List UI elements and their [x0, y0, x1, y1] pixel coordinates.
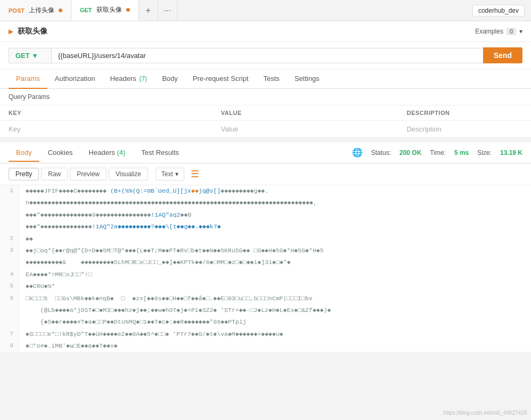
code-line-6b: (@Lb◆◆◆◆a*jOST◆□◆M3□◆◆◆hz◆j◆◆;◆◆w◆hOT◆j◆… [0, 304, 531, 316]
line-content: ◆S□□□□e*□!kR$yD"T◆◆üH◆◆◆◆eZ◆◆0A◆◆5^◆□□◆ … [19, 328, 290, 340]
code-line-1d: ◆◆◆"◆◆◆◆◆◆◆◆◆◆◆◆◆◆!1AQ"2a◆◆◆◆◆◆◆◆◆?◆◆◆\[… [0, 221, 531, 233]
code-line-3b: ◆◆◆◆◆◆◆◆◆◆& ◆◆◆◆◆◆◆◆◆5LhM□R□x□J□□_◆◆]◆◆K… [0, 257, 531, 268]
line-number: 3 [0, 245, 19, 257]
line-number [0, 304, 19, 316]
desc-col-header: DESCRIPTION [398, 105, 531, 121]
line-number [0, 257, 19, 268]
tab-body[interactable]: Body [154, 69, 185, 89]
text-format-dropdown[interactable]: Text ▾ [156, 168, 184, 180]
globe-icon[interactable]: 🌐 [352, 147, 363, 158]
line-content: ◆◆CRU◆%* [19, 281, 61, 292]
response-bar: Body Cookies Headers (4) Test Results 🌐 … [0, 142, 531, 163]
format-pretty-button[interactable]: Pretty [9, 168, 39, 180]
new-tab-button[interactable]: + [139, 0, 158, 21]
request-title-bar: ▶ 获取头像 Examples 0 ▾ [0, 21, 531, 42]
format-raw-button[interactable]: Raw [41, 168, 68, 180]
response-tab-body[interactable]: Body [9, 144, 39, 162]
method-value: GET [15, 52, 30, 60]
send-button[interactable]: Send [483, 47, 522, 63]
url-input[interactable] [51, 48, 483, 63]
request-nav-tabs: Params Authorization Headers (7) Body Pr… [0, 69, 531, 89]
examples-chevron-icon: ▾ [519, 28, 522, 35]
format-preview-button[interactable]: Preview [70, 168, 107, 180]
tab-headers[interactable]: Headers (7) [103, 69, 154, 89]
time-label: Time: [430, 149, 446, 157]
code-line-4: 4 EA◆◆◆◆*=MR□xJ□□"!□ [0, 269, 531, 281]
line-content: □k□□□5 □□Gs\MBk◆◆k◆nqB◆ □ ◆zx[◆◆8s◆◆□H◆◆… [19, 293, 319, 304]
key-input-cell[interactable]: Key [0, 121, 213, 138]
line-content: EA◆◆◆◆*=MR□xJ□□"!□ [19, 269, 98, 281]
url-bar: GET ▾ Send [0, 42, 531, 69]
text-format-label: Text [161, 170, 173, 178]
examples-button[interactable]: Examples 0 ▾ [475, 28, 522, 35]
size-value: 13.19 K [500, 149, 522, 157]
line-number [0, 209, 19, 221]
section-divider [0, 138, 531, 142]
line-number: 4 [0, 269, 19, 281]
examples-count-badge: 0 [507, 28, 516, 35]
environment-badge[interactable]: coderhub_dev [472, 5, 525, 17]
code-line-6c: {◆5◆◆r◆◆◆◆#T◆a◆□□P◆◆Dtu%MQ◆□1◆◆T◆c◆:◆◆R◆… [0, 316, 531, 328]
response-tab-cookies[interactable]: Cookies [40, 144, 80, 162]
headers-badge: (7) [139, 75, 147, 83]
desc-input-cell[interactable]: Description [398, 121, 531, 138]
line-number: 5 [0, 281, 19, 292]
format-visualize-button[interactable]: Visualize [109, 168, 148, 180]
line-content: ◆◆◆"◆◆◆◆◆◆◆◆◆◆◆◆◆◆!1AQ"2a◆◆◆◆◆◆◆◆◆?◆◆◆\[… [19, 221, 227, 233]
tab-params[interactable]: Params [9, 69, 47, 89]
tab-post-upload[interactable]: POST 上传头像 [0, 0, 71, 21]
line-content: ◆◆◆◆◆JFIF◆◆◆◆C◆◆◆◆◆◆◆◆ (B+(%%(Q:=0B`Ued_… [19, 185, 275, 197]
method-post-label: POST [9, 7, 24, 14]
line-content: {◆5◆◆r◆◆◆◆#T◆a◆□□P◆◆Dtu%MQ◆□1◆◆T◆c◆:◆◆R◆… [19, 316, 253, 328]
code-line-5: 5 ◆◆CRU◆%* [0, 281, 531, 292]
tab-prerequest[interactable]: Pre-request Script [185, 69, 256, 89]
code-line-3: 3 ◆◆j□oq*{◆◆r@q@"{D+D◆◆5M□T@*◆◆◆{L◆◆T;M◆… [0, 245, 531, 257]
size-label: Size: [477, 149, 492, 157]
code-line-8: 8 ◆□*o#◆.iMB'◆w□E◆◆&◆◆T◆◆v◆ [0, 340, 531, 352]
code-line-1c: ◆◆◆"◆◆◆◆◆◆◆◆◆◆◆◆◆◆9◆◆◆◆◆◆◆◆◆◆◆◆◆◆◆!1AQ"a… [0, 209, 531, 221]
line-number: 1 [0, 185, 19, 197]
more-tabs-button[interactable]: ··· [158, 0, 177, 21]
tab-get-avatar[interactable]: GET 获取头像 [71, 0, 139, 21]
examples-label: Examples [475, 28, 503, 35]
code-line-6: 6 □k□□□5 □□Gs\MBk◆◆k◆nqB◆ □ ◆zx[◆◆8s◆◆□H… [0, 293, 531, 304]
line-content: ◆◆◆◆◆◆◆◆◆◆& ◆◆◆◆◆◆◆◆◆5LhM□R□x□J□□_◆◆]◆◆K… [19, 257, 297, 268]
code-area: 1 ◆◆◆◆◆JFIF◆◆◆◆C◆◆◆◆◆◆◆◆ (B+(%%(Q:=0B`Ue… [0, 185, 531, 352]
response-meta: 🌐 Status: 200 OK Time: 5 ms Size: 13.19 … [352, 147, 522, 158]
value-input-cell[interactable]: Value [213, 121, 398, 138]
method-select[interactable]: GET ▾ [9, 48, 51, 63]
query-params-label: Query Params [0, 89, 531, 105]
collapse-arrow-icon[interactable]: ▶ [9, 28, 13, 35]
line-number [0, 197, 19, 209]
table-row: Key Value Description [0, 121, 531, 138]
response-tab-headers[interactable]: Headers (4) [81, 144, 133, 162]
tab-post-label: 上传头像 [29, 6, 54, 15]
tab-settings[interactable]: Settings [287, 69, 327, 89]
status-value: 200 OK [399, 149, 421, 157]
line-number [0, 316, 19, 328]
text-format-chevron-icon: ▾ [175, 170, 178, 178]
tab-get-label: 获取头像 [96, 5, 122, 14]
tab-tests[interactable]: Tests [256, 69, 287, 89]
code-line-7: 7 ◆S□□□□e*□!kR$yD"T◆◆üH◆◆◆◆eZ◆◆0A◆◆5^◆□□… [0, 328, 531, 340]
line-content: ◆◆j□oq*{◆◆r@q@"{D+D◆◆5M□T@*◆◆◆{L◆◆T;M◆◆P… [19, 245, 330, 257]
tab-post-dot [59, 9, 62, 12]
line-content: ◆□*o#◆.iMB'◆w□E◆◆&◆◆T◆◆v◆ [19, 340, 124, 352]
line-number: 7 [0, 328, 19, 340]
format-bar: Pretty Raw Preview Visualize Text ▾ ☰ [0, 163, 531, 185]
line-content: n◆◆◆◆◆◆◆◆◆◆◆◆◆◆◆◆◆◆◆◆◆◆◆◆◆◆◆◆◆◆◆◆◆◆◆◆◆◆◆… [19, 197, 323, 209]
tab-get-dot [126, 8, 130, 12]
line-content: (@Lb◆◆◆◆a*jOST◆□◆M3□◆◆◆hz◆j◆◆;◆◆w◆hOT◆j◆… [19, 304, 337, 316]
wrap-lines-icon[interactable]: ☰ [191, 168, 199, 180]
value-col-header: VALUE [213, 105, 398, 121]
status-label: Status: [371, 149, 391, 157]
method-get-label: GET [80, 7, 92, 13]
tab-authorization[interactable]: Authorization [47, 69, 103, 89]
line-content: ◆◆ [19, 233, 39, 245]
line-number: 6 [0, 293, 19, 304]
line-number: 2 [0, 233, 19, 245]
response-tab-test-results[interactable]: Test Results [134, 144, 186, 162]
tab-bar: POST 上传头像 GET 获取头像 + ··· coderhub_dev [0, 0, 531, 21]
method-chevron-icon: ▾ [33, 52, 37, 60]
request-title: 获取头像 [18, 27, 47, 36]
